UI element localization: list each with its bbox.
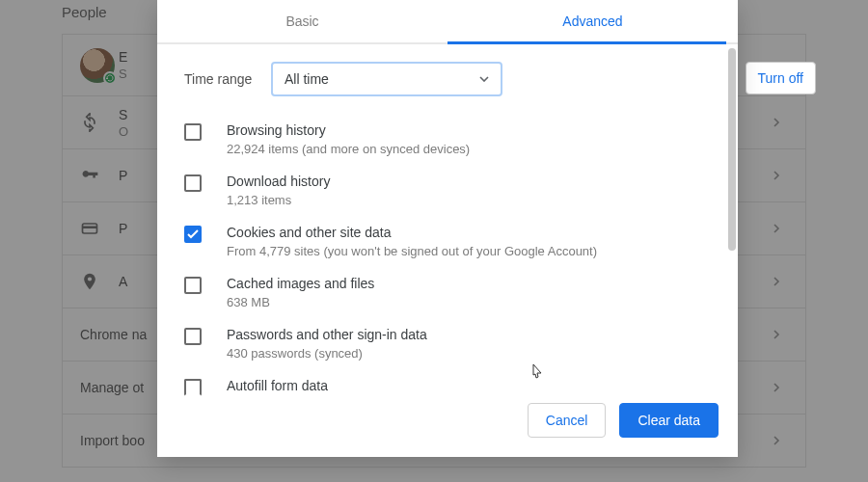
option-subtitle: 22,924 items (and more on synced devices… xyxy=(227,142,470,156)
option-download-history[interactable]: Download history 1,213 items xyxy=(184,165,711,216)
cancel-button[interactable]: Cancel xyxy=(528,403,607,438)
option-subtitle: 1,213 items xyxy=(227,193,330,207)
option-subtitle: 430 passwords (synced) xyxy=(227,346,427,361)
option-title: Passwords and other sign-in data xyxy=(227,327,427,342)
time-range-select[interactable]: All time xyxy=(271,62,502,96)
chevron-down-icon xyxy=(479,76,489,82)
option-title: Cookies and other site data xyxy=(227,225,597,240)
dialog-tabs: Basic Advanced xyxy=(157,0,738,42)
turn-off-button[interactable]: Turn off xyxy=(746,62,816,94)
dialog-footer: Cancel Clear data xyxy=(157,389,738,457)
checkbox-cache[interactable] xyxy=(184,277,202,294)
tab-advanced[interactable]: Advanced xyxy=(448,0,738,42)
option-subtitle: 638 MB xyxy=(227,295,374,309)
option-subtitle: From 4,779 sites (you won't be signed ou… xyxy=(227,244,597,258)
dialog-body: Time range All time Browsing history 22,… xyxy=(157,44,738,389)
checkbox-autofill[interactable] xyxy=(184,379,202,396)
option-cookies[interactable]: Cookies and other site data From 4,779 s… xyxy=(184,216,711,267)
checkbox-passwords[interactable] xyxy=(184,328,202,345)
checkbox-browsing-history[interactable] xyxy=(184,123,202,141)
clear-browsing-data-dialog: Basic Advanced Time range All time Brows… xyxy=(157,0,738,457)
option-autofill[interactable]: Autofill form data xyxy=(184,369,711,397)
scrollbar[interactable] xyxy=(728,48,736,386)
clear-data-button[interactable]: Clear data xyxy=(619,403,719,438)
time-range-label: Time range xyxy=(184,71,271,87)
option-title: Cached images and files xyxy=(227,276,374,291)
option-title: Browsing history xyxy=(227,122,470,138)
time-range-value: All time xyxy=(285,71,329,87)
option-title: Download history xyxy=(227,174,330,189)
option-title: Autofill form data xyxy=(227,378,328,393)
option-cache[interactable]: Cached images and files 638 MB xyxy=(184,267,711,318)
scrollbar-thumb[interactable] xyxy=(728,48,736,251)
tab-basic[interactable]: Basic xyxy=(157,0,448,42)
option-passwords[interactable]: Passwords and other sign-in data 430 pas… xyxy=(184,318,711,369)
checkbox-download-history[interactable] xyxy=(184,174,202,192)
checkbox-cookies[interactable] xyxy=(184,226,202,243)
option-browsing-history[interactable]: Browsing history 22,924 items (and more … xyxy=(184,114,711,165)
